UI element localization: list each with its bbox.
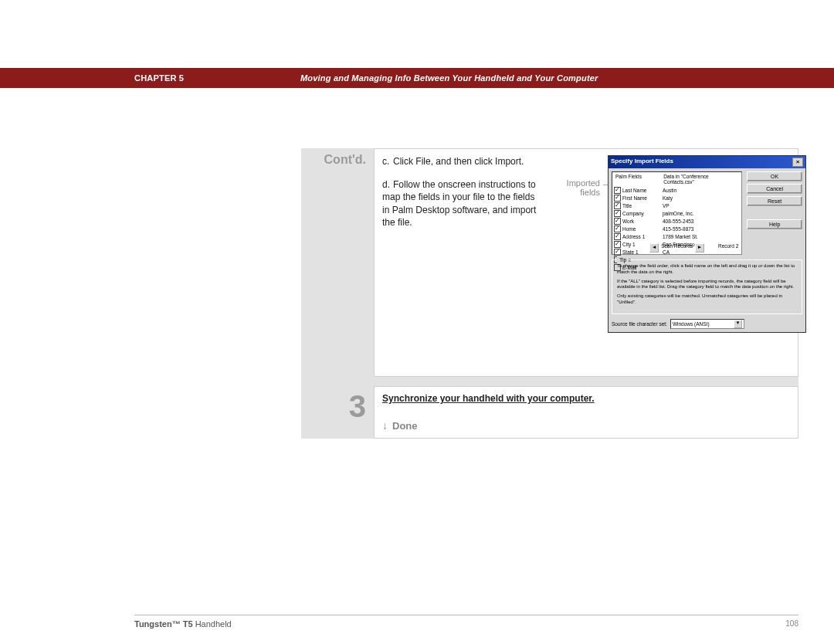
field-row[interactable]: CompanypalmOne, Inc. xyxy=(614,209,740,217)
step-c: c.Click File, and then click Import. xyxy=(382,155,544,168)
field-checkbox[interactable] xyxy=(614,225,621,232)
field-row[interactable]: First NameKaty xyxy=(614,194,740,202)
cancel-button[interactable]: Cancel xyxy=(747,184,802,194)
close-icon[interactable]: × xyxy=(792,158,803,167)
field-name: Company xyxy=(622,211,663,216)
field-row[interactable]: Home415-555-8873 xyxy=(614,225,740,232)
field-checkbox[interactable] xyxy=(614,210,621,217)
field-value: 1789 Market St. xyxy=(663,234,740,239)
footer-rule xyxy=(134,615,798,615)
field-name: First Name xyxy=(622,195,663,201)
field-name: Title xyxy=(622,203,663,208)
step-d: d.Follow the onscreen instructions to ma… xyxy=(382,178,544,229)
field-value: Katy xyxy=(663,195,740,201)
field-checkbox[interactable] xyxy=(614,187,621,194)
charset-combo[interactable]: Windows (ANSI) ▼ xyxy=(670,319,744,329)
step-number-3: 3 xyxy=(301,386,374,439)
instruction-text: c.Click File, and then click Import. d.F… xyxy=(382,155,548,370)
next-record-button[interactable]: ► xyxy=(695,243,704,253)
page-footer: Tungsten™ T5 Handheld 108 xyxy=(134,619,798,629)
done-indicator: ↓ Done xyxy=(382,419,790,432)
field-checkbox[interactable] xyxy=(614,195,621,202)
field-name: Home xyxy=(622,226,663,232)
field-value: VP xyxy=(663,203,740,208)
record-counter: Record 2 xyxy=(718,243,738,249)
field-checkbox[interactable] xyxy=(614,202,621,209)
dialog-titlebar: Specify Import Fields × xyxy=(609,156,805,168)
reset-button[interactable]: Reset xyxy=(747,196,802,206)
synchronize-link[interactable]: Synchronize your handheld with your comp… xyxy=(382,393,595,404)
specify-import-fields-dialog: Specify Import Fields × Palm Fields Data… xyxy=(608,155,806,333)
chapter-label: CHAPTER 5 xyxy=(134,73,184,83)
down-arrow-icon: ↓ xyxy=(382,419,388,432)
ok-button[interactable]: OK xyxy=(747,171,802,181)
field-value: palmOne, Inc. xyxy=(663,211,740,216)
tip-group: To change the field order, click a field… xyxy=(612,259,802,314)
field-value: Austin xyxy=(663,188,740,193)
step3-panel: Synchronize your handheld with your comp… xyxy=(374,386,798,439)
callout-label: Imported fields xyxy=(548,155,603,370)
field-value: 415-555-8873 xyxy=(663,226,740,232)
product-name: Tungsten™ T5 Handheld xyxy=(134,619,232,629)
field-row[interactable]: Address 11789 Market St. xyxy=(614,232,740,240)
header-palm-fields: Palm Fields xyxy=(615,174,663,185)
chapter-title: Moving and Managing Info Between Your Ha… xyxy=(300,73,834,83)
content-block: Cont'd. c.Click File, and then click Imp… xyxy=(301,148,798,439)
field-value: 408-555-2453 xyxy=(663,219,740,224)
field-row[interactable]: Last NameAustin xyxy=(614,186,740,194)
scan-records-bar: ◄ Scan Records ► Record 2 xyxy=(614,243,740,253)
field-row[interactable]: Work408-555-2453 xyxy=(614,217,740,225)
field-name: Work xyxy=(622,219,663,224)
field-row[interactable]: TitleVP xyxy=(614,202,740,209)
chapter-banner: CHAPTER 5 Moving and Managing Info Betwe… xyxy=(0,68,834,88)
field-name: Address 1 xyxy=(622,234,663,239)
source-charset-row: Source file character set: Windows (ANSI… xyxy=(612,319,802,329)
field-list[interactable]: Palm Fields Data in "Conference Contacts… xyxy=(612,171,742,255)
prev-record-button[interactable]: ◄ xyxy=(649,243,659,253)
field-checkbox[interactable] xyxy=(614,218,621,225)
screenshot-container: Specify Import Fields × Palm Fields Data… xyxy=(603,155,790,370)
header-data-in: Data in "Conference Contacts.csv" xyxy=(663,174,738,185)
chevron-down-icon[interactable]: ▼ xyxy=(734,320,742,328)
page-number: 108 xyxy=(785,619,798,629)
help-button[interactable]: Help xyxy=(747,219,802,229)
field-name: Last Name xyxy=(622,188,663,193)
field-checkbox[interactable] xyxy=(614,233,621,240)
contd-label: Cont'd. xyxy=(301,148,374,377)
